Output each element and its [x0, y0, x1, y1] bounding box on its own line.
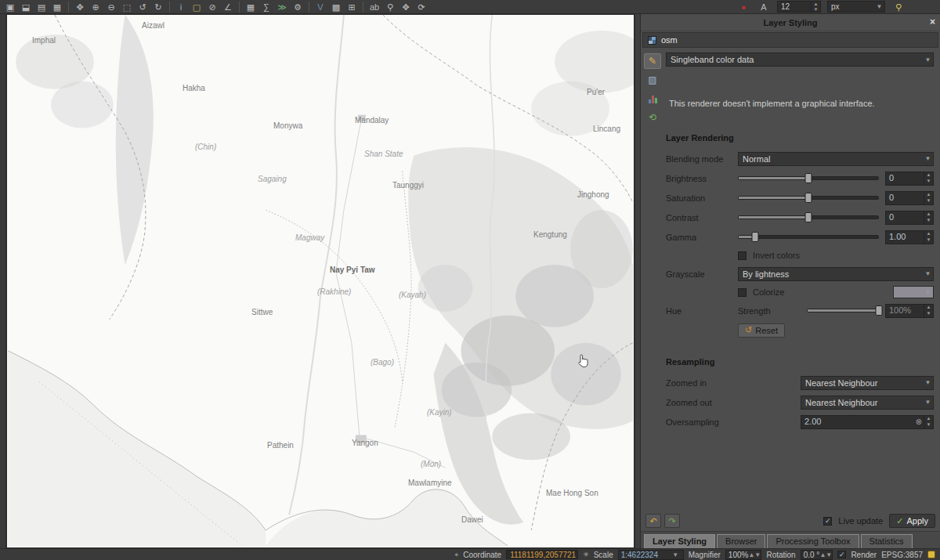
blending-dropdown[interactable]: Normal ▼	[738, 152, 934, 166]
zoom-out-icon[interactable]: ⊖	[104, 1, 118, 13]
node-tool-icon[interactable]: ⚲	[891, 1, 906, 13]
label-toolbar-icon[interactable]: ab	[367, 1, 381, 13]
spin-arrows[interactable]: ▲▼	[924, 211, 933, 224]
gamma-spinbox[interactable]: 1.00 ▲▼	[885, 230, 934, 244]
coordinate-capture-icon[interactable]: ⌖	[454, 551, 458, 559]
reset-button[interactable]: ↺ Reset	[738, 323, 785, 338]
save-project-icon[interactable]: ⬓	[19, 1, 33, 13]
annotation-icon[interactable]: ●	[736, 1, 750, 13]
spin-arrows[interactable]: ▲▼	[811, 2, 820, 12]
main-toolbar: ▣⬓▤▦✥⊕⊖⬚↺↻i▢⊘∠▦∑≫⚙V▩⊞ab⚲✥⟳ ● A 12 ▲▼ px …	[0, 0, 940, 14]
coordinate-input[interactable]: 11181199,2057721	[506, 550, 578, 559]
strength-spinbox[interactable]: 100% ▲▼	[885, 304, 934, 318]
zoomed-in-dropdown[interactable]: Nearest Neighbour ▼	[801, 376, 934, 390]
new-layout-icon[interactable]: ▤	[34, 1, 49, 13]
render-checkbox[interactable]: ✓	[837, 551, 846, 558]
spin-arrows[interactable]: ▲▼	[819, 551, 830, 558]
map-canvas[interactable]: ImphalAizawlHakha(Chin)MonywaMandalaySag…	[6, 14, 634, 548]
spin-arrows[interactable]: ▲▼	[924, 192, 933, 204]
tab-processing-toolbox[interactable]: Processing Toolbox	[767, 534, 859, 548]
processing-icon[interactable]: ⚙	[291, 1, 305, 13]
tab-statistics[interactable]: Statistics	[861, 534, 913, 548]
gamma-slider[interactable]	[738, 231, 879, 243]
blending-value: Normal	[739, 154, 923, 164]
magnifier-spinbox[interactable]: 100% ▲▼	[725, 550, 762, 560]
layer-selector[interactable]: osm	[642, 32, 938, 48]
close-icon[interactable]: ×	[930, 16, 935, 27]
zoom-next-icon[interactable]: ↻	[151, 1, 165, 13]
tab-layer-styling[interactable]: Layer Styling	[644, 534, 715, 548]
scale-dropdown[interactable]: 1:4622324 ▼	[618, 550, 684, 560]
invert-colors-checkbox[interactable]: ✓	[738, 251, 747, 260]
measure-icon[interactable]: ∠	[221, 1, 235, 13]
redo-style-button[interactable]: ↷	[664, 514, 680, 528]
zoom-full-icon[interactable]: ⬚	[120, 1, 134, 13]
undo-style-button[interactable]: ↶	[645, 514, 661, 528]
live-update-checkbox[interactable]: ✓	[823, 517, 832, 526]
saturation-spinbox[interactable]: 0 ▲▼	[885, 191, 934, 205]
renderer-dropdown[interactable]: Singleband color data ▼	[666, 52, 934, 67]
map-label: (Kayah)	[399, 291, 426, 299]
pin-labels-icon[interactable]: ⚲	[383, 1, 397, 13]
spin-arrows[interactable]: ▲▼	[924, 305, 933, 317]
identify-icon[interactable]: i	[174, 1, 188, 13]
map-label: Yangon	[352, 439, 378, 447]
rotation-label: Rotation	[766, 551, 795, 559]
histogram-bars	[649, 95, 657, 103]
select-features-icon[interactable]: ▢	[190, 1, 204, 13]
zoomed-out-dropdown[interactable]: Nearest Neighbour ▼	[801, 396, 934, 410]
contrast-spinbox[interactable]: 0 ▲▼	[885, 211, 934, 225]
attribute-table-icon[interactable]: ▦	[244, 1, 258, 13]
brightness-slider[interactable]	[738, 172, 879, 184]
rotation-spinbox[interactable]: 0.0 ° ▲▼	[801, 550, 833, 560]
histogram-icon[interactable]	[644, 91, 661, 107]
add-wms-icon[interactable]: ⊞	[345, 1, 359, 13]
open-project-icon[interactable]: ▣	[3, 1, 17, 13]
field-calculator-icon[interactable]: ∑	[259, 1, 273, 13]
move-label-icon[interactable]: ✥	[399, 1, 413, 13]
saturation-slider[interactable]	[738, 192, 879, 204]
zoom-in-icon[interactable]: ⊕	[89, 1, 103, 13]
brightness-spinbox[interactable]: 0 ▲▼	[885, 172, 934, 186]
colorize-color-swatch[interactable]: ▼	[893, 286, 934, 298]
deselect-icon[interactable]: ⊘	[205, 1, 219, 13]
add-raster-icon[interactable]: ▩	[329, 1, 343, 13]
panel-splitter[interactable]	[634, 14, 641, 548]
slider-handle[interactable]	[805, 212, 812, 222]
zoom-last-icon[interactable]: ↺	[136, 1, 150, 13]
tab-browser[interactable]: Browser	[717, 534, 765, 548]
spin-arrows[interactable]: ▲▼	[748, 551, 758, 558]
spin-arrows[interactable]: ▲▼	[924, 231, 933, 244]
toolbar-icons: ▣⬓▤▦✥⊕⊖⬚↺↻i▢⊘∠▦∑≫⚙V▩⊞ab⚲✥⟳	[3, 1, 428, 13]
strength-slider[interactable]	[807, 305, 879, 316]
pan-map-icon[interactable]: ✥	[73, 1, 87, 13]
spin-arrows[interactable]: ▲▼	[924, 172, 933, 185]
contrast-slider[interactable]	[738, 211, 879, 223]
slider-handle[interactable]	[805, 173, 812, 183]
font-size-spinner[interactable]: 12 ▲▼	[777, 1, 821, 13]
spin-arrows[interactable]: ▲▼	[924, 416, 933, 428]
slider-handle[interactable]	[876, 305, 883, 316]
python-console-icon[interactable]: ≫	[275, 1, 289, 13]
grayscale-dropdown[interactable]: By lightness ▼	[738, 267, 934, 281]
oversampling-spinbox[interactable]: 2.00 ⊗ ▲▼	[801, 415, 934, 429]
saturation-value: 0	[886, 192, 924, 204]
slider-handle[interactable]	[751, 232, 758, 242]
chevron-down-icon: ▼	[874, 3, 884, 10]
symbology-icon[interactable]: ✎	[644, 53, 661, 69]
left-dock-edge	[0, 14, 6, 548]
add-vector-icon[interactable]: V	[313, 1, 327, 13]
colorize-checkbox[interactable]: ✓	[738, 288, 747, 297]
font-icon[interactable]: A	[757, 1, 771, 13]
font-unit-dropdown[interactable]: px ▼	[827, 1, 885, 13]
slider-handle[interactable]	[805, 193, 812, 203]
extents-icon[interactable]: ✳	[583, 551, 589, 558]
crs-indicator[interactable]: EPSG:3857	[881, 551, 923, 559]
messages-icon[interactable]	[927, 551, 935, 558]
layout-manager-icon[interactable]: ▦	[50, 1, 64, 13]
rotate-label-icon[interactable]: ⟳	[414, 1, 428, 13]
apply-button[interactable]: ✓ Apply	[889, 514, 935, 528]
transparency-icon[interactable]: ▨	[644, 72, 661, 88]
history-icon[interactable]: ⟲	[644, 110, 661, 125]
clear-value-icon[interactable]: ⊗	[916, 417, 924, 426]
